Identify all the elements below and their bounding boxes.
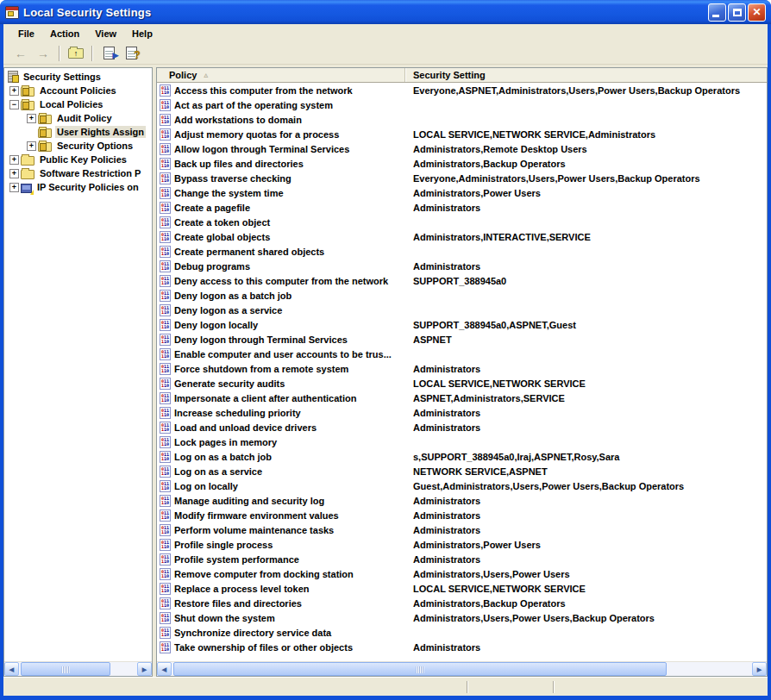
table-row[interactable]: 011110Deny logon locallySUPPORT_388945a0… <box>157 317 767 332</box>
minimize-icon <box>712 15 719 17</box>
back-button[interactable]: ← <box>10 44 31 63</box>
table-row[interactable]: 011110Profile single processAdministrato… <box>157 537 767 552</box>
table-row[interactable]: 011110Modify firmware environment values… <box>157 508 767 522</box>
table-row[interactable]: 011110Enable computer and user accounts … <box>157 347 767 361</box>
table-row[interactable]: 011110Create a token object <box>157 215 767 229</box>
up-one-level-button[interactable]: ↑ <box>66 44 86 63</box>
column-header-security-setting[interactable]: Security Setting <box>405 68 767 82</box>
table-row[interactable]: 011110Replace a process level tokenLOCAL… <box>157 581 767 596</box>
expand-plus-icon[interactable]: + <box>27 114 36 123</box>
close-button[interactable]: ✕ <box>748 3 766 22</box>
table-row[interactable]: 011110Add workstations to domain <box>157 112 767 127</box>
table-row[interactable]: 011110Create a pagefileAdministrators <box>157 200 767 215</box>
binary-policy-icon: 011110 <box>160 231 171 243</box>
expand-plus-icon[interactable]: + <box>9 86 19 96</box>
scrollbar-track[interactable] <box>19 662 137 676</box>
expand-plus-icon[interactable]: + <box>27 141 36 151</box>
policy-cell: 011110Debug programs <box>160 260 405 272</box>
tree-item-audit-policy[interactable]: +Audit Policy <box>4 111 152 125</box>
table-row[interactable]: 011110Log on locallyGuest,Administrators… <box>157 478 767 493</box>
title-bar[interactable]: Local Security Settings ✕ <box>0 0 771 24</box>
table-row[interactable]: 011110Remove computer from docking stati… <box>157 566 767 581</box>
table-row[interactable]: 011110Manage auditing and security logAd… <box>157 493 767 508</box>
scroll-left-button[interactable]: ◀ <box>157 662 172 676</box>
tree-item-public-key-policies[interactable]: +Public Key Policies <box>4 153 152 166</box>
table-row[interactable]: 011110Shut down the systemAdministrators… <box>157 610 767 625</box>
scrollbar-thumb[interactable] <box>21 662 110 676</box>
tree-item-user-rights-assignment[interactable]: User Rights Assign <box>4 125 152 139</box>
expand-plus-icon[interactable]: + <box>9 155 19 165</box>
tree-item-local-policies[interactable]: −Local Policies <box>4 97 152 111</box>
binary-policy-icon: 011110 <box>160 509 171 522</box>
scroll-right-button[interactable]: ▶ <box>137 662 152 676</box>
policy-cell: 011110Create a pagefile <box>160 202 405 214</box>
table-row[interactable]: 011110Lock pages in memory <box>157 434 767 449</box>
table-row[interactable]: 011110Deny logon as a batch job <box>157 288 767 303</box>
binary-policy-icon: 011110 <box>160 128 171 141</box>
table-row[interactable]: 011110Log on as a serviceNETWORK SERVICE… <box>157 464 767 478</box>
table-row[interactable]: 011110Act as part of the operating syste… <box>157 97 767 112</box>
forward-button[interactable]: → <box>33 44 53 63</box>
binary-policy-icon: 011110 <box>160 202 171 214</box>
expand-plus-icon[interactable]: + <box>9 169 19 178</box>
policy-cell: 011110Lock pages in memory <box>160 436 405 448</box>
table-row[interactable]: 011110Impersonate a client after authent… <box>157 391 767 405</box>
table-row[interactable]: 011110Increase scheduling priorityAdmini… <box>157 405 767 420</box>
security-setting-value: LOCAL SERVICE,NETWORK SERVICE <box>405 378 767 389</box>
maximize-button[interactable] <box>728 3 746 22</box>
tree-item-security-options[interactable]: +Security Options <box>4 139 152 153</box>
help-button[interactable]: ? <box>121 44 141 63</box>
table-row[interactable]: 011110Debug programsAdministrators <box>157 259 767 273</box>
table-row[interactable]: 011110Profile system performanceAdminist… <box>157 552 767 566</box>
table-row[interactable]: 011110Create permanent shared objects <box>157 244 767 259</box>
table-row[interactable]: 011110Deny access to this computer from … <box>157 273 767 288</box>
tree-item-label: Security Settings <box>22 71 103 83</box>
menu-action[interactable]: Action <box>42 27 87 41</box>
expand-plus-icon[interactable]: + <box>9 183 19 192</box>
menu-view[interactable]: View <box>87 27 124 41</box>
table-row[interactable]: 011110Take ownership of files or other o… <box>157 640 767 654</box>
table-row[interactable]: 011110Deny logon through Terminal Servic… <box>157 332 767 347</box>
tree-item-security-settings[interactable]: Security Settings <box>4 70 152 84</box>
scrollbar-thumb[interactable] <box>173 662 667 676</box>
table-row[interactable]: 011110Create global objectsAdministrator… <box>157 229 767 244</box>
tree-item-account-policies[interactable]: +Account Policies <box>4 84 152 97</box>
tree-horizontal-scrollbar: ◀ ▶ <box>4 661 152 676</box>
scroll-left-button[interactable]: ◀ <box>4 662 19 676</box>
policy-cell: 011110Increase scheduling priority <box>160 407 405 419</box>
column-label: Policy <box>169 70 197 80</box>
table-row[interactable]: 011110Restore files and directoriesAdmin… <box>157 596 767 610</box>
table-row[interactable]: 011110Deny logon as a service <box>157 303 767 317</box>
table-row[interactable]: 011110Access this computer from the netw… <box>157 83 767 97</box>
tree-item-ip-security-policies[interactable]: +IP Security Policies on <box>4 180 152 194</box>
table-row[interactable]: 011110Generate security auditsLOCAL SERV… <box>157 376 767 391</box>
export-list-button[interactable]: ▶ <box>98 44 119 63</box>
column-label: Security Setting <box>413 70 486 80</box>
policy-name: Remove computer from docking station <box>174 569 354 579</box>
table-row[interactable]: 011110Bypass traverse checkingEveryone,A… <box>157 171 767 185</box>
policy-name: Deny access to this computer from the ne… <box>174 276 388 286</box>
scrollbar-track[interactable] <box>172 662 752 676</box>
column-header-policy[interactable]: Policy ▵ <box>157 68 405 82</box>
menu-file[interactable]: File <box>10 27 42 41</box>
menu-help[interactable]: Help <box>124 27 160 41</box>
export-list-icon: ▶ <box>103 47 115 59</box>
table-row[interactable]: 011110Synchronize directory service data <box>157 625 767 640</box>
policy-name: Load and unload device drivers <box>174 422 317 433</box>
collapse-minus-icon[interactable]: − <box>9 100 19 109</box>
table-row[interactable]: 011110Log on as a batch jobs,SUPPORT_388… <box>157 449 767 464</box>
table-row[interactable]: 011110Perform volume maintenance tasksAd… <box>157 522 767 537</box>
scroll-right-button[interactable]: ▶ <box>752 662 767 676</box>
policy-cell: 011110Profile system performance <box>160 553 405 566</box>
table-row[interactable]: 011110Back up files and directoriesAdmin… <box>157 156 767 171</box>
table-row[interactable]: 011110Adjust memory quotas for a process… <box>157 127 767 141</box>
table-row[interactable]: 011110Allow logon through Terminal Servi… <box>157 141 767 156</box>
tree-item-software-restriction-policies[interactable]: +Software Restriction P <box>4 166 152 180</box>
table-row[interactable]: 011110Load and unload device driversAdmi… <box>157 420 767 434</box>
minimize-button[interactable] <box>708 3 726 22</box>
binary-policy-icon: 011110 <box>160 319 171 331</box>
folder-lock-icon <box>38 128 52 138</box>
table-row[interactable]: 011110Force shutdown from a remote syste… <box>157 361 767 376</box>
table-row[interactable]: 011110Change the system timeAdministrato… <box>157 185 767 200</box>
policy-cell: 011110Log on locally <box>160 480 405 492</box>
